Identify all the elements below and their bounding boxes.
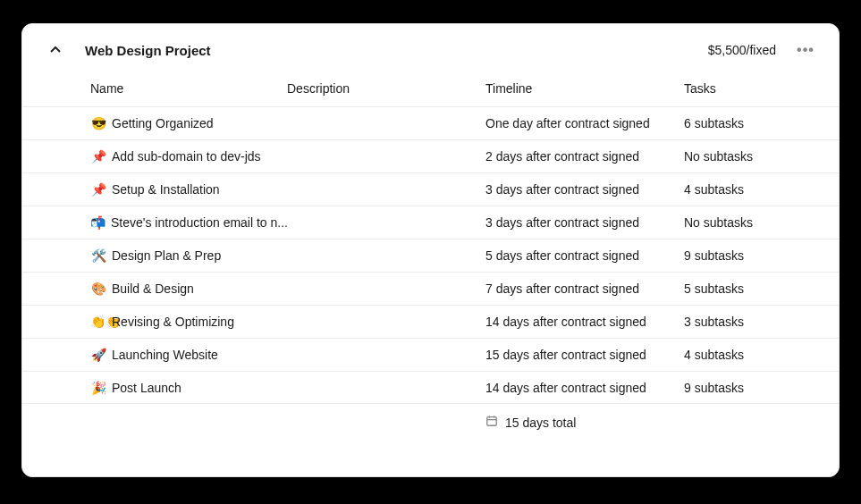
card-header: Web Design Project $5,500/fixed ••• — [22, 24, 839, 74]
row-emoji-icon: 🛠️ — [90, 248, 106, 263]
row-timeline[interactable]: One day after contract signed — [485, 116, 684, 130]
row-name[interactable]: 🎉Post Launch — [90, 381, 287, 395]
table-row[interactable]: 📬Steve's introduction email to n...3 day… — [22, 206, 839, 239]
row-tasks[interactable]: 3 subtasks — [684, 315, 839, 329]
row-tasks[interactable]: 4 subtasks — [684, 182, 839, 197]
row-timeline[interactable]: 3 days after contract signed — [485, 215, 684, 230]
table-row[interactable]: 😎Getting OrganizedOne day after contract… — [22, 106, 839, 139]
row-timeline[interactable]: 15 days after contract signed — [485, 348, 684, 362]
row-emoji-icon: 📌 — [90, 149, 106, 164]
table-row[interactable]: 👏👏Revising & Optimizing14 days after con… — [22, 305, 839, 338]
table-header: Name Description Timeline Tasks — [22, 74, 839, 106]
row-name-text: Revising & Optimizing — [112, 315, 234, 329]
row-emoji-icon: 😎 — [90, 116, 106, 130]
row-emoji-icon: 📬 — [90, 215, 106, 230]
row-name-text: Build & Design — [112, 281, 194, 296]
header-timeline[interactable]: Timeline — [485, 81, 684, 96]
project-card: Web Design Project $5,500/fixed ••• Name… — [21, 23, 840, 477]
row-name[interactable]: 🛠️Design Plan & Prep — [90, 248, 287, 263]
svg-rect-0 — [487, 417, 497, 426]
row-timeline[interactable]: 5 days after contract signed — [485, 248, 684, 263]
project-title: Web Design Project — [85, 43, 708, 58]
row-name[interactable]: 👏👏Revising & Optimizing — [90, 315, 287, 329]
table-row[interactable]: 🎨Build & Design7 days after contract sig… — [22, 272, 839, 305]
row-tasks[interactable]: 5 subtasks — [684, 281, 839, 296]
table-row[interactable]: 🎉Post Launch14 days after contract signe… — [22, 371, 839, 404]
more-menu-button[interactable]: ••• — [796, 40, 815, 60]
row-timeline[interactable]: 3 days after contract signed — [485, 182, 684, 197]
row-name[interactable]: 😎Getting Organized — [90, 116, 287, 130]
row-emoji-icon: 👏👏 — [90, 315, 106, 329]
row-emoji-icon: 📌 — [90, 182, 106, 197]
row-tasks[interactable]: 9 subtasks — [684, 381, 839, 395]
row-name-text: Launching Website — [112, 348, 218, 362]
table-body: 😎Getting OrganizedOne day after contract… — [22, 106, 839, 404]
row-emoji-icon: 🎨 — [90, 281, 106, 296]
row-name[interactable]: 📬Steve's introduction email to n... — [90, 215, 287, 230]
row-name[interactable]: 📌Add sub-domain to dev-jds — [90, 149, 287, 164]
row-name-text: Add sub-domain to dev-jds — [112, 149, 261, 164]
calendar-icon — [485, 415, 498, 430]
row-tasks[interactable]: No subtasks — [684, 149, 839, 164]
row-timeline[interactable]: 14 days after contract signed — [485, 381, 684, 395]
row-timeline[interactable]: 7 days after contract signed — [485, 281, 684, 296]
table-row[interactable]: 🛠️Design Plan & Prep5 days after contrac… — [22, 239, 839, 272]
header-tasks[interactable]: Tasks — [684, 81, 839, 96]
header-description[interactable]: Description — [287, 81, 485, 96]
row-tasks[interactable]: 9 subtasks — [684, 248, 839, 263]
row-emoji-icon: 🚀 — [90, 348, 106, 362]
table-footer: 15 days total — [22, 404, 839, 441]
row-name-text: Design Plan & Prep — [112, 248, 221, 263]
row-name-text: Post Launch — [112, 381, 181, 395]
row-name[interactable]: 📌Setup & Installation — [90, 182, 287, 197]
chevron-up-icon — [49, 44, 62, 56]
table-row[interactable]: 📌Setup & Installation3 days after contra… — [22, 172, 839, 206]
row-name-text: Getting Organized — [112, 116, 214, 130]
row-emoji-icon: 🎉 — [90, 381, 106, 395]
project-price: $5,500/fixed — [708, 43, 776, 57]
row-tasks[interactable]: No subtasks — [684, 215, 839, 230]
row-name[interactable]: 🎨Build & Design — [90, 281, 287, 296]
table-row[interactable]: 📌Add sub-domain to dev-jds2 days after c… — [22, 139, 839, 172]
row-name[interactable]: 🚀Launching Website — [90, 348, 287, 362]
row-tasks[interactable]: 4 subtasks — [684, 348, 839, 362]
table-row[interactable]: 🚀Launching Website15 days after contract… — [22, 338, 839, 371]
row-timeline[interactable]: 14 days after contract signed — [485, 315, 684, 329]
more-icon: ••• — [797, 42, 815, 58]
footer-total: 15 days total — [505, 416, 576, 430]
row-name-text: Steve's introduction email to n... — [111, 215, 287, 230]
collapse-toggle[interactable] — [46, 40, 65, 60]
row-timeline[interactable]: 2 days after contract signed — [485, 149, 684, 164]
row-name-text: Setup & Installation — [112, 182, 220, 197]
header-name[interactable]: Name — [90, 81, 287, 96]
row-tasks[interactable]: 6 subtasks — [684, 116, 839, 130]
